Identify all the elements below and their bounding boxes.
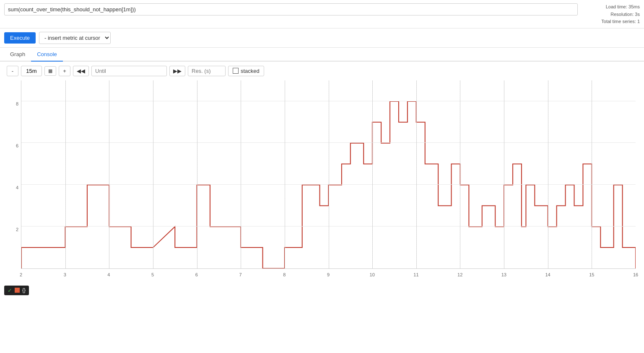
resolution-input[interactable] (188, 66, 226, 76)
time-range-input[interactable] (21, 66, 42, 76)
legend-bar: ✓ {} (4, 286, 29, 295)
tabs: Graph Console (0, 48, 644, 62)
grid-v-11 (416, 80, 417, 268)
y-label-6: 6 (16, 143, 18, 148)
legend-check-icon: ✓ (8, 287, 12, 294)
x-label-16: 16 (633, 272, 638, 277)
grid-v-6 (197, 80, 197, 268)
tab-console[interactable]: Console (31, 48, 63, 62)
grid-v-4 (109, 80, 109, 268)
back-button[interactable]: ◀◀ (73, 66, 89, 76)
x-label-14: 14 (545, 272, 550, 277)
chart-container: 8 6 4 2 2 3 4 5 (4, 80, 640, 281)
x-label-6: 6 (195, 272, 198, 277)
y-label-8: 8 (16, 101, 18, 106)
stacked-button[interactable]: stacked (228, 66, 264, 76)
zoom-in-button[interactable]: + (59, 66, 70, 76)
legend-brace: {} (22, 287, 26, 293)
x-label-5: 5 (151, 272, 154, 277)
chart-area (21, 80, 636, 269)
x-axis: 2 3 4 5 6 7 8 9 10 11 12 13 14 15 16 (21, 269, 636, 281)
zoom-out-button[interactable]: - (7, 66, 18, 76)
top-bar: Load time: 35ms Resolution: 3s Total tim… (0, 0, 644, 28)
grid-v-15 (592, 80, 592, 268)
grid-v-12 (460, 80, 460, 268)
y-axis: 8 6 4 2 (4, 80, 21, 269)
grid-v-8 (285, 80, 285, 268)
x-label-12: 12 (457, 272, 462, 277)
x-label-4: 4 (107, 272, 110, 277)
grid-v-10 (372, 80, 373, 268)
grid-v-9 (329, 80, 329, 268)
meta-info: Load time: 35ms Resolution: 3s Total tim… (581, 3, 640, 26)
x-label-9: 9 (327, 272, 330, 277)
x-label-3: 3 (64, 272, 66, 277)
grid-v-7 (241, 80, 241, 268)
y-label-2: 2 (16, 227, 18, 232)
load-time: Load time: 35ms (581, 3, 640, 11)
y-label-4: 4 (16, 185, 18, 190)
tab-graph[interactable]: Graph (4, 48, 31, 62)
grid-v-14 (548, 80, 548, 268)
calendar-button[interactable]: ▦ (44, 66, 56, 76)
x-label-8: 8 (283, 272, 286, 277)
resolution: Resolution: 3s (581, 11, 640, 18)
grid-v-5 (153, 80, 153, 268)
x-label-15: 15 (589, 272, 594, 277)
x-label-7: 7 (239, 272, 242, 277)
metric-select[interactable]: - insert metric at cursor (39, 32, 111, 44)
query-input[interactable] (4, 3, 578, 15)
total-time-series: Total time series: 1 (581, 18, 640, 26)
grid-v-13 (504, 80, 504, 268)
legend-color-swatch (15, 288, 20, 293)
execute-button[interactable]: Execute (4, 32, 36, 44)
grid-v-3 (65, 80, 66, 268)
x-label-11: 11 (413, 272, 418, 277)
x-label-13: 13 (501, 272, 506, 277)
stacked-checkbox (233, 68, 239, 74)
x-label-10: 10 (370, 272, 375, 277)
until-input[interactable] (91, 66, 167, 76)
graph-toolbar: - ▦ + ◀◀ ▶▶ stacked (0, 62, 644, 80)
stacked-label: stacked (241, 68, 260, 74)
toolbar: Execute - insert metric at cursor (0, 28, 644, 48)
forward-button[interactable]: ▶▶ (169, 66, 185, 76)
x-label-2: 2 (20, 272, 22, 277)
